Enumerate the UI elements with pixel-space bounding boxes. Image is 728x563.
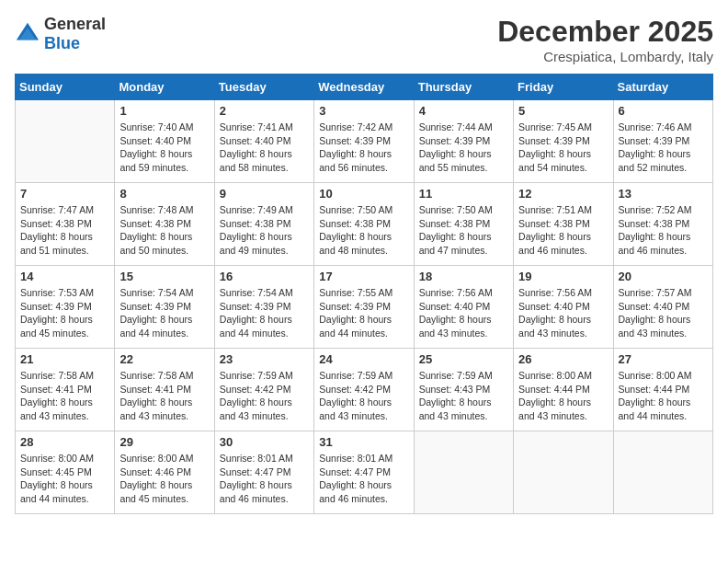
day-info: Sunrise: 8:01 AM Sunset: 4:47 PM Dayligh… xyxy=(220,452,309,506)
calendar-body: 1Sunrise: 7:40 AM Sunset: 4:40 PM Daylig… xyxy=(16,100,713,514)
header-day-sunday: Sunday xyxy=(16,75,115,100)
day-info: Sunrise: 7:51 AM Sunset: 4:38 PM Dayligh… xyxy=(518,203,608,258)
calendar-cell: 6Sunrise: 7:46 AM Sunset: 4:39 PM Daylig… xyxy=(613,100,712,183)
day-number: 11 xyxy=(419,187,508,201)
day-number: 15 xyxy=(119,270,209,283)
calendar-cell: 19Sunrise: 7:56 AM Sunset: 4:40 PM Dayli… xyxy=(514,266,613,349)
header-day-wednesday: Wednesday xyxy=(314,75,414,100)
calendar-cell: 17Sunrise: 7:55 AM Sunset: 4:39 PM Dayli… xyxy=(314,266,414,349)
calendar-cell: 11Sunrise: 7:50 AM Sunset: 4:38 PM Dayli… xyxy=(414,183,513,266)
calendar-cell: 8Sunrise: 7:48 AM Sunset: 4:38 PM Daylig… xyxy=(115,183,214,266)
calendar-cell: 20Sunrise: 7:57 AM Sunset: 4:40 PM Dayli… xyxy=(613,266,712,349)
calendar-cell: 14Sunrise: 7:53 AM Sunset: 4:39 PM Dayli… xyxy=(16,266,115,349)
day-info: Sunrise: 7:40 AM Sunset: 4:40 PM Dayligh… xyxy=(119,121,209,175)
day-info: Sunrise: 8:00 AM Sunset: 4:45 PM Dayligh… xyxy=(20,452,109,506)
calendar-cell: 10Sunrise: 7:50 AM Sunset: 4:38 PM Dayli… xyxy=(314,183,414,266)
day-info: Sunrise: 7:45 AM Sunset: 4:39 PM Dayligh… xyxy=(518,121,608,175)
calendar-table: SundayMondayTuesdayWednesdayThursdayFrid… xyxy=(15,74,713,514)
day-info: Sunrise: 7:50 AM Sunset: 4:38 PM Dayligh… xyxy=(419,203,508,258)
calendar-cell: 5Sunrise: 7:45 AM Sunset: 4:39 PM Daylig… xyxy=(514,100,613,183)
day-number: 21 xyxy=(20,352,109,366)
day-info: Sunrise: 8:00 AM Sunset: 4:46 PM Dayligh… xyxy=(119,452,209,506)
day-number: 26 xyxy=(518,352,608,366)
day-number: 27 xyxy=(619,352,708,366)
header-day-friday: Friday xyxy=(514,75,613,100)
calendar-cell: 29Sunrise: 8:00 AM Sunset: 4:46 PM Dayli… xyxy=(115,431,214,514)
calendar-cell xyxy=(613,431,712,514)
day-info: Sunrise: 7:56 AM Sunset: 4:40 PM Dayligh… xyxy=(518,286,608,340)
day-info: Sunrise: 7:59 AM Sunset: 4:43 PM Dayligh… xyxy=(419,369,508,423)
month-title: December 2025 xyxy=(497,15,713,49)
day-info: Sunrise: 7:41 AM Sunset: 4:40 PM Dayligh… xyxy=(220,121,309,175)
logo-blue: Blue xyxy=(44,34,80,52)
day-info: Sunrise: 7:55 AM Sunset: 4:39 PM Dayligh… xyxy=(319,286,408,340)
day-number: 8 xyxy=(119,187,209,201)
calendar-cell xyxy=(514,431,613,514)
day-number: 5 xyxy=(518,104,608,118)
logo: General Blue xyxy=(15,15,106,53)
day-info: Sunrise: 7:59 AM Sunset: 4:42 PM Dayligh… xyxy=(220,369,309,423)
day-info: Sunrise: 7:42 AM Sunset: 4:39 PM Dayligh… xyxy=(319,121,408,175)
header-day-tuesday: Tuesday xyxy=(214,75,313,100)
calendar-cell: 31Sunrise: 8:01 AM Sunset: 4:47 PM Dayli… xyxy=(314,431,414,514)
week-row-5: 28Sunrise: 8:00 AM Sunset: 4:45 PM Dayli… xyxy=(16,431,713,514)
day-number: 7 xyxy=(20,187,109,201)
location-title: Crespiatica, Lombardy, Italy xyxy=(497,49,713,64)
day-number: 3 xyxy=(319,104,408,118)
calendar-cell: 4Sunrise: 7:44 AM Sunset: 4:39 PM Daylig… xyxy=(414,100,513,183)
day-info: Sunrise: 7:49 AM Sunset: 4:38 PM Dayligh… xyxy=(220,203,309,258)
calendar-cell: 13Sunrise: 7:52 AM Sunset: 4:38 PM Dayli… xyxy=(613,183,712,266)
calendar-cell: 7Sunrise: 7:47 AM Sunset: 4:38 PM Daylig… xyxy=(16,183,115,266)
day-info: Sunrise: 7:48 AM Sunset: 4:38 PM Dayligh… xyxy=(119,203,209,258)
calendar-cell xyxy=(16,100,115,183)
calendar-cell: 1Sunrise: 7:40 AM Sunset: 4:40 PM Daylig… xyxy=(115,100,214,183)
day-info: Sunrise: 7:54 AM Sunset: 4:39 PM Dayligh… xyxy=(119,286,209,340)
day-info: Sunrise: 7:59 AM Sunset: 4:42 PM Dayligh… xyxy=(319,369,408,423)
title-area: December 2025 Crespiatica, Lombardy, Ita… xyxy=(497,15,713,64)
calendar-cell: 30Sunrise: 8:01 AM Sunset: 4:47 PM Dayli… xyxy=(214,431,313,514)
day-number: 28 xyxy=(20,435,109,449)
logo-text: General Blue xyxy=(44,15,106,53)
week-row-1: 1Sunrise: 7:40 AM Sunset: 4:40 PM Daylig… xyxy=(16,100,713,183)
calendar-cell: 16Sunrise: 7:54 AM Sunset: 4:39 PM Dayli… xyxy=(214,266,313,349)
calendar-cell: 23Sunrise: 7:59 AM Sunset: 4:42 PM Dayli… xyxy=(214,349,313,431)
day-number: 30 xyxy=(220,435,309,449)
header: General Blue December 2025 Crespiatica, … xyxy=(15,15,713,64)
logo-icon xyxy=(15,21,40,47)
logo-general: General xyxy=(44,15,106,33)
day-info: Sunrise: 8:01 AM Sunset: 4:47 PM Dayligh… xyxy=(319,452,408,506)
day-number: 2 xyxy=(220,104,309,118)
day-info: Sunrise: 7:47 AM Sunset: 4:38 PM Dayligh… xyxy=(20,203,109,258)
header-day-thursday: Thursday xyxy=(414,75,513,100)
week-row-3: 14Sunrise: 7:53 AM Sunset: 4:39 PM Dayli… xyxy=(16,266,713,349)
calendar-cell: 26Sunrise: 8:00 AM Sunset: 4:44 PM Dayli… xyxy=(514,349,613,431)
day-number: 10 xyxy=(319,187,408,201)
calendar-cell: 12Sunrise: 7:51 AM Sunset: 4:38 PM Dayli… xyxy=(514,183,613,266)
header-row: SundayMondayTuesdayWednesdayThursdayFrid… xyxy=(16,75,713,100)
day-number: 19 xyxy=(518,270,608,283)
day-number: 24 xyxy=(319,352,408,366)
day-number: 16 xyxy=(220,270,309,283)
day-number: 25 xyxy=(419,352,508,366)
day-info: Sunrise: 7:58 AM Sunset: 4:41 PM Dayligh… xyxy=(20,369,109,423)
day-number: 18 xyxy=(419,270,508,283)
calendar-cell xyxy=(414,431,513,514)
calendar-cell: 22Sunrise: 7:58 AM Sunset: 4:41 PM Dayli… xyxy=(115,349,214,431)
day-number: 13 xyxy=(619,187,708,201)
day-number: 20 xyxy=(619,270,708,283)
day-info: Sunrise: 8:00 AM Sunset: 4:44 PM Dayligh… xyxy=(518,369,608,423)
day-number: 6 xyxy=(619,104,708,118)
week-row-4: 21Sunrise: 7:58 AM Sunset: 4:41 PM Dayli… xyxy=(16,349,713,431)
calendar-cell: 27Sunrise: 8:00 AM Sunset: 4:44 PM Dayli… xyxy=(613,349,712,431)
day-info: Sunrise: 7:44 AM Sunset: 4:39 PM Dayligh… xyxy=(419,121,508,175)
day-number: 4 xyxy=(419,104,508,118)
calendar-cell: 15Sunrise: 7:54 AM Sunset: 4:39 PM Dayli… xyxy=(115,266,214,349)
calendar-header: SundayMondayTuesdayWednesdayThursdayFrid… xyxy=(16,75,713,100)
day-info: Sunrise: 7:57 AM Sunset: 4:40 PM Dayligh… xyxy=(619,286,708,340)
day-number: 29 xyxy=(119,435,209,449)
day-number: 31 xyxy=(319,435,408,449)
day-number: 14 xyxy=(20,270,109,283)
day-number: 23 xyxy=(220,352,309,366)
calendar-cell: 21Sunrise: 7:58 AM Sunset: 4:41 PM Dayli… xyxy=(16,349,115,431)
header-day-saturday: Saturday xyxy=(613,75,712,100)
